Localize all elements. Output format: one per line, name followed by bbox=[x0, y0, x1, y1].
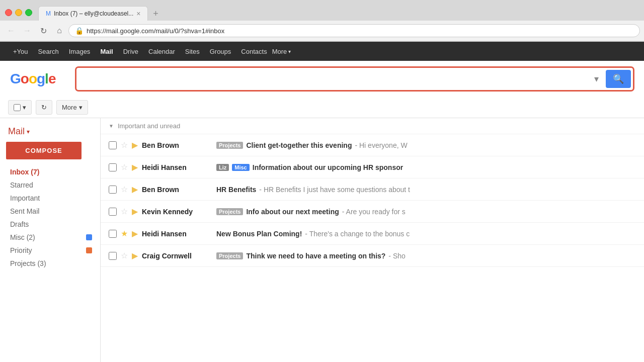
search-button[interactable]: 🔍 bbox=[606, 70, 631, 88]
folder-icon-4: ▶ bbox=[132, 229, 138, 238]
topnav-search[interactable]: Search bbox=[33, 42, 64, 61]
home-button[interactable]: ⌂ bbox=[52, 24, 66, 38]
gmail-toolbar: ▾ ↻ More ▾ bbox=[0, 97, 644, 118]
logo-g2: g bbox=[37, 71, 45, 86]
back-button[interactable]: ← bbox=[4, 24, 18, 38]
label-badge-3: Projects bbox=[216, 208, 243, 215]
sidebar-item-drafts[interactable]: Drafts bbox=[0, 218, 100, 231]
title-bar: M Inbox (7) – elly@cloudeasel... × + bbox=[0, 0, 644, 21]
sidebar-item-important[interactable]: Important bbox=[0, 192, 100, 205]
email-subject-3: Info about our next meeting bbox=[246, 208, 339, 216]
email-snippet-2: - HR Benefits I just have some questions… bbox=[259, 186, 410, 194]
refresh-icon: ↻ bbox=[41, 104, 47, 111]
more-actions-label: More bbox=[62, 104, 77, 111]
topnav-contacts[interactable]: Contacts bbox=[236, 42, 272, 61]
section-collapse-icon[interactable]: ▼ bbox=[109, 123, 114, 129]
table-row[interactable]: ☆ ▶ Craig Cornwell Projects Think we nee… bbox=[101, 245, 644, 267]
sidebar-item-starred[interactable]: Starred bbox=[0, 178, 100, 192]
topnav-more-caret-icon: ▾ bbox=[288, 49, 291, 54]
search-area: ▾ 🔍 bbox=[75, 67, 634, 91]
email-checkbox-0[interactable] bbox=[109, 141, 117, 149]
email-meta-3: Projects Info about our next meeting - A… bbox=[216, 208, 636, 216]
close-button[interactable] bbox=[5, 9, 12, 16]
traffic-lights bbox=[5, 9, 32, 16]
topnav-mail[interactable]: Mail bbox=[95, 42, 118, 61]
label-badge-1b: Misc bbox=[232, 164, 249, 171]
maximize-button[interactable] bbox=[25, 9, 32, 16]
sidebar-item-inbox[interactable]: Inbox (7) bbox=[0, 165, 100, 178]
active-tab[interactable]: M Inbox (7) – elly@cloudeasel... × bbox=[38, 6, 148, 21]
topnav-calendar[interactable]: Calendar bbox=[143, 42, 180, 61]
sender-2: Ben Brown bbox=[142, 186, 212, 194]
email-meta-2: HR Benefits - HR Benefits I just have so… bbox=[216, 186, 636, 194]
tab-close-button[interactable]: × bbox=[136, 10, 140, 18]
section-label: Important and unread bbox=[118, 122, 180, 130]
browser-chrome: M Inbox (7) – elly@cloudeasel... × + ← →… bbox=[0, 0, 644, 42]
search-dropdown-icon[interactable]: ▾ bbox=[591, 73, 602, 84]
star-icon-5[interactable]: ☆ bbox=[121, 251, 128, 260]
gmail-content: Mail ▾ COMPOSE Inbox (7) Starred Importa… bbox=[0, 118, 644, 362]
select-dropdown-icon: ▾ bbox=[23, 104, 26, 111]
email-checkbox-4[interactable] bbox=[109, 230, 117, 238]
email-subject-1: Information about our upcoming HR sponso… bbox=[253, 163, 403, 171]
email-checkbox-5[interactable] bbox=[109, 252, 117, 260]
new-tab-button[interactable]: + bbox=[148, 7, 163, 21]
search-icon: 🔍 bbox=[613, 73, 624, 84]
sidebar-item-projects[interactable]: Projects (3) bbox=[0, 257, 100, 270]
email-snippet-0: - Hi everyone, W bbox=[355, 141, 407, 149]
select-checkbox-button[interactable]: ▾ bbox=[8, 100, 32, 115]
logo-e: e bbox=[48, 71, 56, 86]
star-icon-3[interactable]: ☆ bbox=[121, 207, 128, 216]
table-row[interactable]: ★ ▶ Heidi Hansen New Bonus Plan Coming! … bbox=[101, 223, 644, 245]
star-icon-1[interactable]: ☆ bbox=[121, 162, 128, 172]
email-meta-5: Projects Think we need to have a meeting… bbox=[216, 252, 636, 260]
table-row[interactable]: ☆ ▶ Kevin Kennedy Projects Info about ou… bbox=[101, 201, 644, 223]
search-input[interactable] bbox=[83, 74, 591, 83]
star-icon-0[interactable]: ☆ bbox=[121, 140, 128, 150]
tab-favicon-icon: M bbox=[46, 10, 51, 17]
email-meta-4: New Bonus Plan Coming! - There's a chang… bbox=[216, 230, 636, 238]
sidebar-important-label: Important bbox=[10, 194, 40, 202]
sidebar-starred-label: Starred bbox=[10, 181, 33, 189]
topnav-sites[interactable]: Sites bbox=[180, 42, 205, 61]
sidebar-projects-label: Projects (3) bbox=[10, 259, 46, 267]
sidebar-item-priority[interactable]: Priority bbox=[0, 244, 100, 257]
sidebar-priority-label: Priority bbox=[10, 246, 32, 254]
sidebar-item-misc[interactable]: Misc (2) bbox=[0, 231, 100, 244]
sidebar-inbox-label: Inbox (7) bbox=[10, 168, 39, 176]
email-checkbox-1[interactable] bbox=[109, 163, 117, 171]
table-row[interactable]: ☆ ▶ Ben Brown HR Benefits - HR Benefits … bbox=[101, 178, 644, 201]
more-actions-button[interactable]: More ▾ bbox=[56, 100, 88, 115]
mail-label-text: Mail bbox=[8, 126, 25, 137]
table-row[interactable]: ☆ ▶ Ben Brown Projects Client get-togeth… bbox=[101, 134, 644, 156]
sidebar-misc-label: Misc (2) bbox=[10, 233, 35, 241]
refresh-button[interactable]: ↻ bbox=[36, 24, 50, 38]
url-text: https://mail.google.com/mail/u/0/?shva=1… bbox=[87, 27, 633, 35]
star-icon-4[interactable]: ★ bbox=[121, 229, 128, 238]
logo-g: G bbox=[10, 71, 21, 86]
topnav-drive[interactable]: Drive bbox=[118, 42, 143, 61]
refresh-mail-button[interactable]: ↻ bbox=[36, 100, 52, 115]
email-subject-4: New Bonus Plan Coming! bbox=[216, 230, 302, 238]
select-all-checkbox[interactable] bbox=[14, 104, 21, 111]
email-checkbox-2[interactable] bbox=[109, 186, 117, 194]
email-subject-2: HR Benefits bbox=[216, 186, 256, 194]
topnav-groups[interactable]: Groups bbox=[205, 42, 236, 61]
label-badge-0: Projects bbox=[216, 142, 243, 149]
minimize-button[interactable] bbox=[15, 9, 22, 16]
forward-button[interactable]: → bbox=[20, 24, 34, 38]
mail-label-header[interactable]: Mail ▾ bbox=[0, 123, 100, 142]
folder-icon-1: ▶ bbox=[132, 162, 138, 172]
topnav-images[interactable]: Images bbox=[64, 42, 96, 61]
topnav-plus-you[interactable]: +You bbox=[8, 42, 33, 61]
logo-o1: o bbox=[21, 71, 29, 86]
address-bar[interactable]: 🔒 https://mail.google.com/mail/u/0/?shva… bbox=[68, 24, 640, 37]
folder-icon-0: ▶ bbox=[132, 140, 138, 150]
email-snippet-4: - There's a change to the bonus c bbox=[305, 230, 410, 238]
sidebar-item-sent[interactable]: Sent Mail bbox=[0, 205, 100, 218]
compose-button[interactable]: COMPOSE bbox=[6, 142, 82, 159]
star-icon-2[interactable]: ☆ bbox=[121, 185, 128, 194]
topnav-more-button[interactable]: More ▾ bbox=[272, 48, 291, 55]
table-row[interactable]: ☆ ▶ Heidi Hansen Liz Misc Information ab… bbox=[101, 156, 644, 178]
email-checkbox-3[interactable] bbox=[109, 208, 117, 216]
